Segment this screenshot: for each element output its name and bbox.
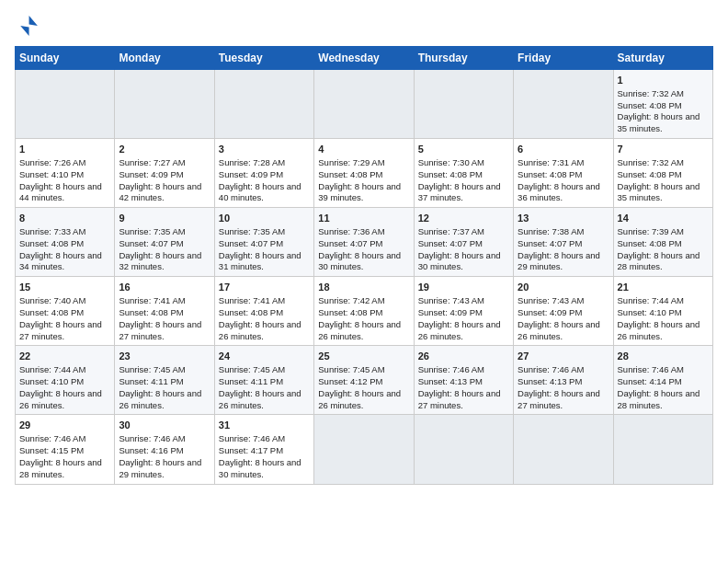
sunset: Sunset: 4:13 PM	[518, 376, 582, 386]
day-number: 15	[19, 281, 110, 294]
day-number: 9	[119, 212, 210, 225]
day-header-wednesday: Wednesday	[314, 47, 414, 70]
sunset: Sunset: 4:17 PM	[219, 445, 283, 455]
sunrise: Sunrise: 7:43 AM	[418, 295, 484, 305]
day-number: 28	[618, 350, 709, 363]
sunrise: Sunrise: 7:46 AM	[618, 364, 684, 374]
calendar-cell: 1Sunrise: 7:32 AMSunset: 4:08 PMDaylight…	[613, 70, 712, 139]
sunset: Sunset: 4:07 PM	[518, 238, 582, 248]
sunset: Sunset: 4:08 PM	[318, 169, 382, 179]
day-number: 11	[318, 212, 409, 225]
day-number: 3	[219, 143, 310, 156]
calendar-cell: 16Sunrise: 7:41 AMSunset: 4:08 PMDayligh…	[115, 277, 214, 346]
day-number: 2	[119, 143, 210, 156]
sunset: Sunset: 4:08 PM	[19, 307, 84, 317]
sunset: Sunset: 4:07 PM	[418, 238, 483, 248]
sunset: Sunset: 4:08 PM	[618, 169, 682, 179]
calendar-cell: 30Sunrise: 7:46 AMSunset: 4:16 PMDayligh…	[115, 415, 214, 484]
daylight: Daylight: 8 hours and 26 minutes.	[418, 319, 501, 341]
calendar-week-5: 29Sunrise: 7:46 AMSunset: 4:15 PMDayligh…	[16, 415, 713, 484]
sunrise: Sunrise: 7:45 AM	[119, 364, 185, 374]
calendar-cell: 23Sunrise: 7:45 AMSunset: 4:11 PMDayligh…	[115, 346, 214, 415]
daylight: Daylight: 8 hours and 26 minutes.	[618, 319, 700, 341]
sunrise: Sunrise: 7:36 AM	[318, 226, 384, 236]
day-number: 7	[618, 143, 709, 156]
sunset: Sunset: 4:08 PM	[418, 169, 483, 179]
sunset: Sunset: 4:09 PM	[418, 307, 483, 317]
day-number: 10	[219, 212, 310, 225]
sunset: Sunset: 4:14 PM	[618, 376, 682, 386]
sunrise: Sunrise: 7:46 AM	[518, 364, 584, 374]
sunrise: Sunrise: 7:33 AM	[19, 226, 85, 236]
day-number: 4	[318, 143, 409, 156]
sunset: Sunset: 4:10 PM	[618, 307, 682, 317]
sunset: Sunset: 4:08 PM	[518, 169, 582, 179]
calendar-cell: 8Sunrise: 7:33 AMSunset: 4:08 PMDaylight…	[16, 208, 115, 277]
day-number: 25	[318, 350, 409, 363]
sunrise: Sunrise: 7:32 AM	[618, 157, 684, 167]
sunset: Sunset: 4:09 PM	[219, 169, 283, 179]
day-header-tuesday: Tuesday	[214, 47, 313, 70]
daylight: Daylight: 8 hours and 42 minutes.	[119, 181, 201, 203]
calendar-cell: 28Sunrise: 7:46 AMSunset: 4:14 PMDayligh…	[613, 346, 712, 415]
day-number: 1	[618, 74, 709, 87]
sunrise: Sunrise: 7:42 AM	[318, 295, 384, 305]
day-header-sunday: Sunday	[16, 47, 115, 70]
day-number: 13	[518, 212, 609, 225]
day-number: 19	[418, 281, 509, 294]
svg-marker-0	[20, 16, 38, 36]
sunrise: Sunrise: 7:38 AM	[518, 226, 584, 236]
calendar-cell	[613, 415, 712, 484]
day-header-friday: Friday	[514, 47, 613, 70]
daylight: Daylight: 8 hours and 29 minutes.	[518, 250, 600, 272]
daylight: Daylight: 8 hours and 28 minutes.	[19, 457, 102, 479]
day-number: 30	[119, 419, 210, 432]
calendar-week-1: 1Sunrise: 7:26 AMSunset: 4:10 PMDaylight…	[16, 139, 713, 208]
calendar-cell: 25Sunrise: 7:45 AMSunset: 4:12 PMDayligh…	[314, 346, 414, 415]
calendar-cell: 20Sunrise: 7:43 AMSunset: 4:09 PMDayligh…	[514, 277, 613, 346]
sunset: Sunset: 4:07 PM	[318, 238, 382, 248]
sunrise: Sunrise: 7:27 AM	[119, 157, 185, 167]
day-number: 20	[518, 281, 609, 294]
sunrise: Sunrise: 7:44 AM	[19, 364, 85, 374]
sunrise: Sunrise: 7:35 AM	[119, 226, 185, 236]
daylight: Daylight: 8 hours and 32 minutes.	[119, 250, 201, 272]
calendar-cell: 31Sunrise: 7:46 AMSunset: 4:17 PMDayligh…	[214, 415, 313, 484]
sunset: Sunset: 4:07 PM	[119, 238, 183, 248]
page-container: SundayMondayTuesdayWednesdayThursdayFrid…	[0, 0, 728, 563]
daylight: Daylight: 8 hours and 26 minutes.	[318, 388, 401, 410]
sunrise: Sunrise: 7:46 AM	[19, 433, 85, 443]
daylight: Daylight: 8 hours and 30 minutes.	[318, 250, 401, 272]
sunrise: Sunrise: 7:29 AM	[318, 157, 384, 167]
daylight: Daylight: 8 hours and 36 minutes.	[518, 181, 600, 203]
day-number: 5	[418, 143, 509, 156]
calendar-cell: 26Sunrise: 7:46 AMSunset: 4:13 PMDayligh…	[414, 346, 513, 415]
calendar-cell	[514, 70, 613, 139]
calendar-cell: 19Sunrise: 7:43 AMSunset: 4:09 PMDayligh…	[414, 277, 513, 346]
daylight: Daylight: 8 hours and 44 minutes.	[19, 181, 102, 203]
day-number: 18	[318, 281, 409, 294]
sunset: Sunset: 4:15 PM	[19, 445, 84, 455]
calendar-cell: 27Sunrise: 7:46 AMSunset: 4:13 PMDayligh…	[514, 346, 613, 415]
day-number: 12	[418, 212, 509, 225]
sunrise: Sunrise: 7:30 AM	[418, 157, 484, 167]
calendar-cell: 13Sunrise: 7:38 AMSunset: 4:07 PMDayligh…	[514, 208, 613, 277]
sunset: Sunset: 4:11 PM	[219, 376, 283, 386]
calendar-cell: 7Sunrise: 7:32 AMSunset: 4:08 PMDaylight…	[613, 139, 712, 208]
sunrise: Sunrise: 7:37 AM	[418, 226, 484, 236]
daylight: Daylight: 8 hours and 26 minutes.	[19, 388, 102, 410]
calendar-cell: 14Sunrise: 7:39 AMSunset: 4:08 PMDayligh…	[613, 208, 712, 277]
day-number: 27	[518, 350, 609, 363]
day-number: 23	[119, 350, 210, 363]
calendar-cell: 10Sunrise: 7:35 AMSunset: 4:07 PMDayligh…	[214, 208, 313, 277]
sunrise: Sunrise: 7:32 AM	[618, 88, 684, 98]
daylight: Daylight: 8 hours and 35 minutes.	[618, 111, 700, 133]
day-number: 26	[418, 350, 509, 363]
sunrise: Sunrise: 7:28 AM	[219, 157, 285, 167]
sunset: Sunset: 4:07 PM	[219, 238, 283, 248]
daylight: Daylight: 8 hours and 27 minutes.	[19, 319, 102, 341]
calendar-table: SundayMondayTuesdayWednesdayThursdayFrid…	[15, 46, 713, 485]
daylight: Daylight: 8 hours and 27 minutes.	[418, 388, 501, 410]
daylight: Daylight: 8 hours and 34 minutes.	[19, 250, 102, 272]
day-number: 6	[518, 143, 609, 156]
